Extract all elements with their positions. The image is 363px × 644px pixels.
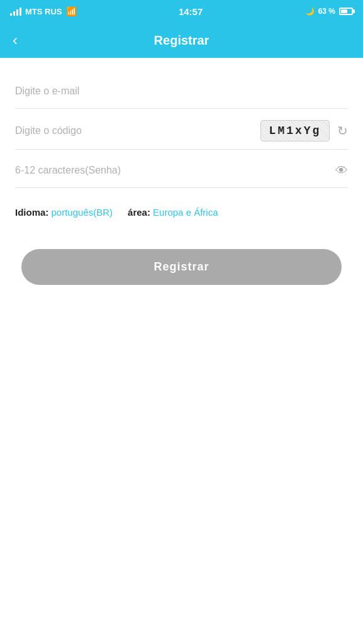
password-group: 👁 (15, 156, 348, 188)
signal-icon (10, 7, 21, 16)
email-input[interactable] (15, 82, 141, 101)
password-input[interactable] (15, 161, 328, 180)
register-button[interactable]: Registrar (21, 249, 342, 285)
wifi-icon: 📶 (66, 6, 77, 16)
status-right: 🌙 63 % (305, 7, 353, 16)
area-label: área: (128, 207, 150, 218)
form-content: LM1xYg ↻ 👁 Idioma: português(BR) área: E… (0, 58, 363, 285)
idioma-label: Idioma: (15, 207, 48, 218)
status-left: MTS RUS 📶 (10, 6, 77, 16)
toggle-password-icon[interactable]: 👁 (335, 164, 348, 178)
lang-area-row: Idioma: português(BR) área: Europa e Áfr… (15, 194, 348, 224)
carrier-label: MTS RUS (25, 7, 62, 16)
battery-icon (339, 8, 353, 15)
code-group: LM1xYg ↻ (15, 115, 348, 150)
refresh-captcha-button[interactable]: ↻ (337, 123, 348, 138)
email-group (15, 77, 348, 109)
moon-icon: 🌙 (305, 7, 315, 16)
captcha-image: LM1xYg (260, 120, 330, 142)
battery-percentage: 63 % (318, 7, 335, 16)
idioma-value[interactable]: português(BR) (52, 207, 113, 218)
status-bar: MTS RUS 📶 14:57 🌙 63 % (0, 0, 363, 23)
clock: 14:57 (179, 6, 203, 17)
register-button-wrap: Registrar (15, 224, 348, 285)
code-input[interactable] (15, 121, 253, 140)
back-button[interactable]: ‹ (13, 33, 18, 48)
page-title: Registrar (154, 33, 209, 48)
nav-bar: ‹ Registrar (0, 23, 363, 58)
area-value[interactable]: Europa e África (153, 207, 218, 218)
